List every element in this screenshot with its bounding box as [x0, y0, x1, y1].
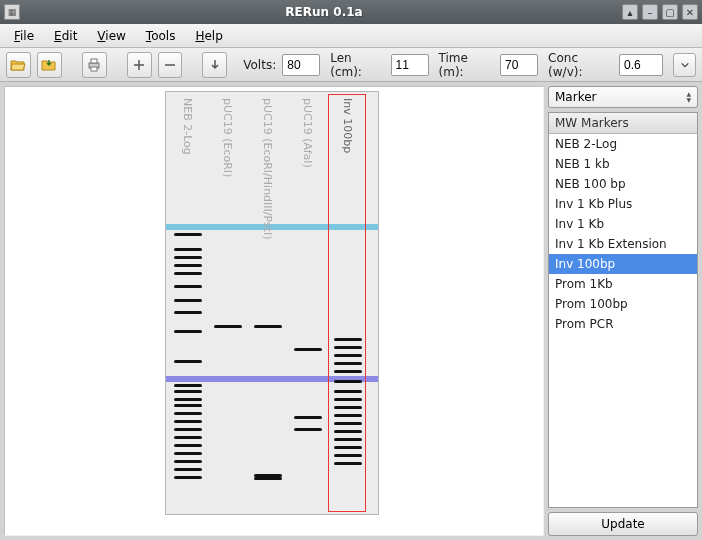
lane-label: pUC19 (EcoRI/HindIII/PstI) — [261, 98, 274, 240]
maximize-icon[interactable]: ▢ — [662, 4, 678, 20]
menu-view[interactable]: View — [89, 26, 133, 46]
gel-lane[interactable]: pUC19 (EcoRI/HindIII/PstI) — [250, 98, 286, 508]
svg-rect-2 — [91, 67, 97, 71]
list-item[interactable]: NEB 100 bp — [549, 174, 697, 194]
chevron-down-icon — [680, 60, 690, 70]
list-item[interactable]: Inv 100bp — [549, 254, 697, 274]
gel-band — [174, 436, 202, 439]
gel-band — [174, 272, 202, 275]
gel-band — [174, 476, 202, 479]
marker-listbox[interactable]: MW Markers NEB 2-LogNEB 1 kbNEB 100 bpIn… — [548, 112, 698, 508]
toolbar: Volts: Len (cm): Time (m): Conc (w/v): — [0, 48, 702, 82]
app-icon: ▦ — [4, 4, 20, 20]
volts-input[interactable] — [282, 54, 320, 76]
list-item[interactable]: Inv 1 Kb Extension — [549, 234, 697, 254]
gel-band — [294, 348, 322, 351]
window-controls: ▴ – ▢ ✕ — [622, 4, 698, 20]
gel-viewer[interactable]: NEB 2-LogpUC19 (EcoRI)pUC19 (EcoRI/HindI… — [4, 86, 544, 536]
gel-band — [294, 428, 322, 431]
minus-icon — [162, 57, 178, 73]
gel-lane[interactable]: pUC19 (EcoRI) — [210, 98, 246, 508]
menu-help[interactable]: Help — [187, 26, 230, 46]
printer-icon — [86, 57, 102, 73]
list-item[interactable]: NEB 2-Log — [549, 134, 697, 154]
gel-band — [174, 398, 202, 401]
gel-band — [174, 360, 202, 363]
update-label: Update — [601, 517, 644, 531]
gel-band — [174, 444, 202, 447]
save-folder-icon — [41, 57, 57, 73]
remove-button[interactable] — [158, 52, 183, 78]
run-button[interactable] — [202, 52, 227, 78]
svg-rect-1 — [91, 59, 97, 63]
list-item[interactable]: Inv 1 Kb Plus — [549, 194, 697, 214]
gel-band — [174, 468, 202, 471]
gel-band — [174, 264, 202, 267]
gel-band — [254, 477, 282, 480]
minimize-icon[interactable]: – — [642, 4, 658, 20]
gel-band — [174, 285, 202, 288]
category-combo[interactable]: Marker ▲▼ — [548, 86, 698, 108]
lane-label: NEB 2-Log — [181, 98, 194, 155]
open-button[interactable] — [6, 52, 31, 78]
gel-band — [294, 416, 322, 419]
side-panel: Marker ▲▼ MW Markers NEB 2-LogNEB 1 kbNE… — [548, 86, 698, 536]
gel-band — [174, 460, 202, 463]
gel-band — [174, 390, 202, 393]
gel-band — [174, 452, 202, 455]
close-icon[interactable]: ✕ — [682, 4, 698, 20]
gel-band — [174, 248, 202, 251]
list-item[interactable]: Prom 1Kb — [549, 274, 697, 294]
time-input[interactable] — [500, 54, 538, 76]
lane-label: pUC19 (AfaI) — [301, 98, 314, 168]
gel-band — [174, 299, 202, 302]
print-button[interactable] — [82, 52, 107, 78]
time-label: Time (m): — [439, 51, 495, 79]
list-item[interactable]: Inv 1 Kb — [549, 214, 697, 234]
plus-icon — [131, 57, 147, 73]
menu-file[interactable]: File — [6, 26, 42, 46]
menu-tools[interactable]: Tools — [138, 26, 184, 46]
gel-lane[interactable]: NEB 2-Log — [170, 98, 206, 508]
folder-open-icon — [10, 57, 26, 73]
titlebar: ▦ RERun 0.1a ▴ – ▢ ✕ — [0, 0, 702, 24]
len-label: Len (cm): — [330, 51, 384, 79]
combo-value: Marker — [555, 90, 596, 104]
list-item[interactable]: Prom PCR — [549, 314, 697, 334]
toolbar-menu-toggle[interactable] — [673, 53, 696, 77]
add-button[interactable] — [127, 52, 152, 78]
gel-band — [174, 428, 202, 431]
gel-band — [254, 325, 282, 328]
gel-image: NEB 2-LogpUC19 (EcoRI)pUC19 (EcoRI/HindI… — [165, 91, 379, 515]
menubar: File Edit View Tools Help — [0, 24, 702, 48]
arrow-down-icon — [207, 57, 223, 73]
len-input[interactable] — [391, 54, 429, 76]
save-button[interactable] — [37, 52, 62, 78]
gel-band — [174, 233, 202, 236]
gel-band — [174, 384, 202, 387]
conc-input[interactable] — [619, 54, 663, 76]
menu-edit[interactable]: Edit — [46, 26, 85, 46]
gel-lane[interactable]: pUC19 (AfaI) — [290, 98, 326, 508]
lane-label: pUC19 (EcoRI) — [221, 98, 234, 177]
conc-label: Conc (w/v): — [548, 51, 613, 79]
rollup-icon[interactable]: ▴ — [622, 4, 638, 20]
list-item[interactable]: Prom 100bp — [549, 294, 697, 314]
content-area: NEB 2-LogpUC19 (EcoRI)pUC19 (EcoRI/HindI… — [0, 82, 702, 540]
gel-band — [174, 412, 202, 415]
lane-selection-box — [328, 94, 366, 512]
gel-band — [174, 311, 202, 314]
gel-band — [174, 420, 202, 423]
updown-icon: ▲▼ — [686, 91, 691, 103]
volts-label: Volts: — [243, 58, 276, 72]
list-header: MW Markers — [549, 113, 697, 134]
gel-band — [214, 325, 242, 328]
window-title: RERun 0.1a — [26, 5, 622, 19]
gel-band — [174, 256, 202, 259]
update-button[interactable]: Update — [548, 512, 698, 536]
list-item[interactable]: NEB 1 kb — [549, 154, 697, 174]
gel-band — [174, 404, 202, 407]
gel-band — [174, 330, 202, 333]
